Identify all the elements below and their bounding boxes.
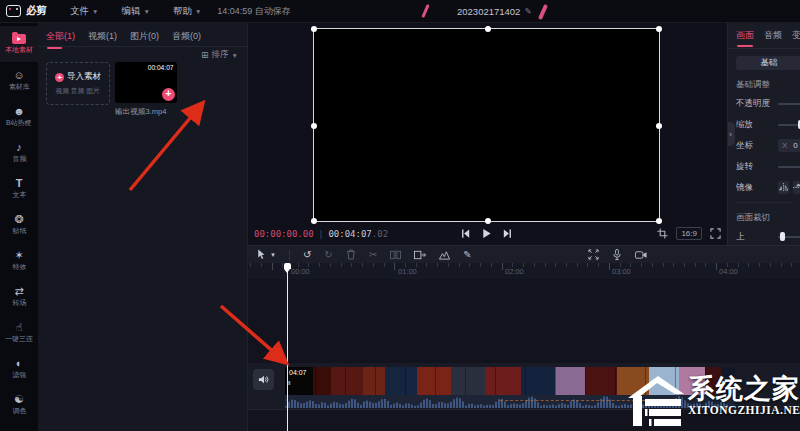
opacity-slider[interactable] [778, 103, 800, 105]
preview-canvas[interactable] [313, 28, 660, 222]
resize-handle-w[interactable] [311, 123, 317, 129]
crop-top-slider-thumb[interactable] [780, 232, 785, 241]
top-menu-bar: 必剪 文件▼ 编辑▼ 帮助▼ 14:04:59 自动保存 20230217140… [0, 0, 800, 23]
fullscreen-icon[interactable] [710, 228, 721, 239]
aspect-ratio-selector[interactable]: 16:9 [676, 227, 702, 240]
preview-right-controls: 16:9 [657, 227, 721, 240]
sidebar-item-effects[interactable]: ✶ 特效 [0, 242, 38, 278]
screen-record-button[interactable] [635, 250, 647, 260]
scale-slider[interactable] [778, 124, 800, 126]
tab-all[interactable]: 全部(1) [46, 30, 75, 43]
project-title: 202302171402 ✎ [457, 0, 532, 22]
keyframe-mark-button[interactable] [439, 250, 450, 260]
media-item-video[interactable]: 00:04:07 + 输出视频3.mp4 [115, 62, 177, 117]
resize-handle-n[interactable] [485, 26, 491, 32]
export-frame-button[interactable] [414, 250, 426, 260]
sidebar-item-text[interactable]: T 文本 [0, 170, 38, 206]
left-sidebar: 本地素材 ☺ 素材库 ☻ B站热梗 ♪ 音频 T 文本 ❂ 贴纸 ✶ 特效 ⇄ … [0, 22, 38, 431]
sidebar-item-transitions[interactable]: ⇄ 转场 [0, 278, 38, 314]
video-thumbnail[interactable]: 00:04:07 + [115, 62, 177, 103]
flip-horizontal-button[interactable] [778, 181, 789, 194]
flip-vertical-button[interactable] [793, 181, 800, 194]
fit-timeline-button[interactable] [588, 249, 599, 260]
sort-dropdown[interactable]: ⊞ 排序 ▼ [201, 49, 238, 61]
site-watermark: 系统之家 XITONGZHIJIA.NET [626, 374, 800, 428]
ruler-label: 02:00 [505, 267, 524, 276]
menu-help[interactable]: 帮助▼ [173, 5, 201, 18]
sidebar-item-color-grading[interactable]: ☯ 调色 [0, 386, 38, 422]
timeline-ruler[interactable]: 00:00 01:00 02:00 03:00 04:00 [248, 263, 800, 279]
row-opacity: 不透明度 [728, 93, 800, 114]
resize-handle-se[interactable] [656, 218, 662, 224]
tab-video[interactable]: 视频(1) [88, 30, 117, 43]
ruler-label: 01:00 [398, 267, 417, 276]
resize-handle-ne[interactable] [656, 26, 662, 32]
select-tool-button[interactable] [256, 249, 266, 260]
rotate-slider[interactable] [778, 166, 800, 168]
tab-speed[interactable]: 变速 [792, 29, 800, 42]
draw-pen-button[interactable]: ✎ [463, 250, 471, 260]
play-button[interactable] [481, 228, 492, 239]
import-types-hint: 视频 音频 图片 [56, 87, 100, 96]
transport-controls [460, 228, 513, 239]
playhead-line[interactable] [287, 263, 288, 431]
next-frame-button[interactable] [502, 228, 513, 239]
track-mute-button[interactable] [253, 369, 274, 390]
resize-handle-s[interactable] [485, 218, 491, 224]
chevron-down-icon: ▼ [92, 8, 98, 15]
total-timecode: 00:04:07 [328, 229, 371, 239]
crop-top-slider[interactable] [778, 236, 800, 238]
split-clip-button[interactable] [390, 250, 401, 260]
sidebar-item-bilibili-memes[interactable]: ☻ B站热梗 [0, 98, 38, 134]
project-name: 202302171402 [457, 6, 520, 17]
app-logo-icon [6, 5, 21, 17]
previous-frame-button[interactable] [460, 228, 471, 239]
sidebar-item-local-media[interactable]: 本地素材 [0, 26, 38, 62]
ruler-label: 04:00 [719, 267, 738, 276]
rename-project-icon[interactable]: ✎ [524, 6, 531, 16]
import-media-button[interactable]: + 导入素材 视频 音频 图片 [46, 62, 110, 105]
select-tool-chevron-icon[interactable]: ▼ [270, 252, 276, 258]
timeline-toolbar-right [588, 249, 660, 260]
ruler-label: 03:00 [612, 267, 631, 276]
import-plus-icon: + [55, 73, 64, 82]
menu-edit[interactable]: 编辑▼ [121, 5, 149, 18]
sidebar-item-library[interactable]: ☺ 素材库 [0, 62, 38, 98]
sidebar-item-audio[interactable]: ♪ 音频 [0, 134, 38, 170]
add-to-timeline-button[interactable]: + [162, 88, 175, 101]
tab-audio[interactable]: 音频(0) [172, 30, 201, 43]
resize-handle-e[interactable] [656, 123, 662, 129]
panel-collapse-button[interactable]: › [728, 122, 735, 146]
chevron-down-icon: ▼ [195, 8, 201, 15]
color-wheel-icon: ☯ [14, 393, 24, 405]
redo-button[interactable]: ↻ [324, 250, 332, 260]
row-mirror: 镜像 [728, 177, 800, 198]
timecode-separator: | [319, 230, 324, 239]
sidebar-item-stickers[interactable]: ❂ 贴纸 [0, 206, 38, 242]
menu-file[interactable]: 文件▼ [70, 5, 98, 18]
basic-mode-button[interactable]: 基础 [736, 56, 800, 70]
media-tabs: 全部(1) 视频(1) 图片(0) 音频(0) [38, 22, 247, 43]
divider [289, 250, 290, 260]
row-rotate: 旋转 [728, 156, 800, 177]
cut-scissors-button[interactable]: ✂ [369, 250, 377, 260]
playhead-handle[interactable] [284, 263, 291, 269]
inspector-panel: 画面 音频 变速 基础 基础调整 不透明度 缩放 坐标 X 0 旋转 镜像 [728, 22, 800, 245]
microphone-record-button[interactable] [612, 249, 622, 260]
coordinate-x-input[interactable]: X 0 [778, 139, 800, 152]
delete-button[interactable] [346, 249, 356, 260]
resize-handle-sw[interactable] [311, 218, 317, 224]
sidebar-item-like-coin-fav[interactable]: ☝ 一键三连 [0, 314, 38, 350]
tab-picture[interactable]: 画面 [736, 29, 754, 42]
watermark-domain: XITONGZHIJIA.NET [688, 404, 800, 416]
resize-handle-nw[interactable] [311, 26, 317, 32]
crop-icon[interactable] [657, 228, 668, 239]
tab-audio-settings[interactable]: 音频 [764, 29, 782, 42]
clip-duration-badge: 00:04:07 [147, 64, 173, 71]
sidebar-item-filters[interactable]: ◐ 滤镜 [0, 350, 38, 386]
tab-image[interactable]: 图片(0) [130, 30, 159, 43]
folder-icon [12, 34, 26, 44]
annotation-slash-right [538, 4, 548, 20]
undo-button[interactable]: ↺ [303, 250, 311, 260]
timeline-toolbar: ▼ ↺ ↻ ✂ ✎ [248, 246, 800, 263]
